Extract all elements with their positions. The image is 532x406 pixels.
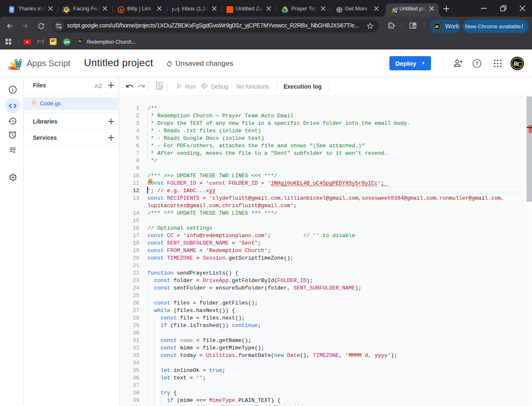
svg-text:?: ? bbox=[475, 61, 479, 67]
svg-text:C: C bbox=[80, 40, 83, 44]
svg-text:C: C bbox=[517, 60, 522, 67]
svg-text:b: b bbox=[120, 7, 123, 12]
svg-text:gloo: gloo bbox=[64, 40, 70, 44]
svg-text:C: C bbox=[437, 25, 440, 29]
svg-text:A: A bbox=[94, 83, 99, 89]
svg-text:Z: Z bbox=[99, 83, 102, 89]
